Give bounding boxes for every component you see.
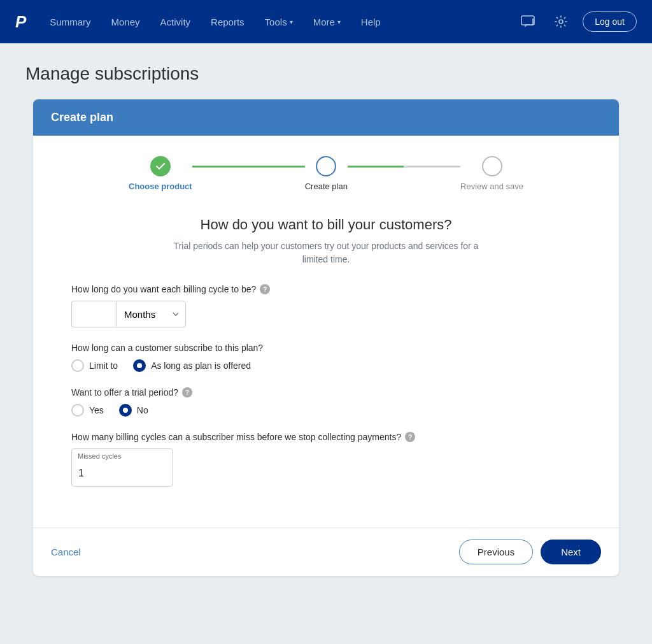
step-line-2 xyxy=(348,166,460,168)
more-chevron-icon: ▾ xyxy=(337,18,341,25)
step-1-label: Choose product xyxy=(129,182,192,191)
step-1-circle xyxy=(150,156,171,176)
message-icon-button[interactable] xyxy=(516,10,539,33)
billing-cycle-label: How long do you want each billing cycle … xyxy=(71,284,581,294)
subscription-limit-to-option[interactable]: Limit to xyxy=(71,359,118,372)
card-footer: Cancel Previous Next xyxy=(33,527,619,576)
billing-cycle-section: How long do you want each billing cycle … xyxy=(71,284,581,327)
navbar-links: Summary Money Activity Reports Tools ▾ M… xyxy=(41,11,511,32)
missed-cycles-help-icon[interactable]: ? xyxy=(405,432,415,442)
message-icon xyxy=(521,15,535,28)
missed-cycles-label: How many billing cycles can a subscriber… xyxy=(71,432,581,442)
stepper: Choose product Create plan Review and sa… xyxy=(129,156,523,191)
tools-chevron-icon: ▾ xyxy=(290,18,293,25)
page-title: Manage subscriptions xyxy=(25,64,627,84)
navbar-right: Log out xyxy=(516,10,637,33)
footer-buttons: Previous Next xyxy=(459,540,601,564)
navbar: P Summary Money Activity Reports Tools ▾… xyxy=(0,0,652,43)
nav-summary[interactable]: Summary xyxy=(41,11,99,32)
billing-cycle-number-input[interactable] xyxy=(71,301,116,327)
nav-tools[interactable]: Tools ▾ xyxy=(256,11,302,32)
step-3-circle xyxy=(482,156,502,176)
missed-cycles-input-wrapper: Missed cycles xyxy=(71,448,173,487)
subscription-duration-radio-group: Limit to As long as plan is offered xyxy=(71,359,581,372)
nav-more[interactable]: More ▾ xyxy=(304,11,350,32)
trial-yes-label: Yes xyxy=(89,405,104,415)
subscription-duration-section: How long can a customer subscribe to thi… xyxy=(71,343,581,372)
stepper-container: Choose product Create plan Review and sa… xyxy=(33,136,619,204)
billing-cycle-row: Months Days Weeks Years xyxy=(71,301,581,327)
trial-period-help-icon[interactable]: ? xyxy=(182,387,192,397)
form-question-subtitle: Trial periods can help your customers tr… xyxy=(167,240,485,266)
trial-no-radio[interactable] xyxy=(119,404,132,417)
missed-cycles-section: How many billing cycles can a subscriber… xyxy=(71,432,581,487)
step-2-circle xyxy=(316,156,336,176)
step-choose-product: Choose product xyxy=(129,156,192,191)
gear-icon xyxy=(554,15,568,29)
billing-cycle-select[interactable]: Months Days Weeks Years xyxy=(116,301,186,327)
trial-period-section: Want to offer a trial period? ? Yes No xyxy=(71,387,581,417)
step-create-plan: Create plan xyxy=(305,156,348,191)
settings-icon-button[interactable] xyxy=(549,10,572,33)
previous-button[interactable]: Previous xyxy=(459,540,533,564)
nav-reports[interactable]: Reports xyxy=(202,11,253,32)
form-body: How do you want to bill your customers? … xyxy=(33,204,619,527)
subscription-duration-label: How long can a customer subscribe to thi… xyxy=(71,343,581,353)
missed-cycles-field-label: Missed cycles xyxy=(78,452,121,460)
trial-no-label: No xyxy=(137,405,148,415)
paypal-logo: P xyxy=(15,12,25,32)
step-review-save: Review and save xyxy=(460,156,523,191)
step-3-label: Review and save xyxy=(460,182,523,191)
svg-rect-0 xyxy=(521,16,534,25)
nav-activity[interactable]: Activity xyxy=(152,11,200,32)
subscription-always-option[interactable]: As long as plan is offered xyxy=(133,359,251,372)
card-header-title: Create plan xyxy=(51,111,113,124)
trial-period-label: Want to offer a trial period? ? xyxy=(71,387,581,397)
trial-period-radio-group: Yes No xyxy=(71,404,581,417)
form-question-title: How do you want to bill your customers? xyxy=(71,217,581,233)
as-long-as-radio[interactable] xyxy=(133,359,146,372)
main-content: Manage subscriptions Create plan Choose … xyxy=(0,43,652,644)
card-header: Create plan xyxy=(33,99,619,136)
trial-no-option[interactable]: No xyxy=(119,404,148,417)
svg-point-1 xyxy=(559,20,563,24)
billing-cycle-help-icon[interactable]: ? xyxy=(260,284,270,294)
as-long-as-label: As long as plan is offered xyxy=(151,361,251,371)
nav-help[interactable]: Help xyxy=(352,11,390,32)
trial-yes-option[interactable]: Yes xyxy=(71,404,104,417)
limit-to-radio[interactable] xyxy=(71,359,84,372)
create-plan-card: Create plan Choose product Cr xyxy=(33,99,619,576)
cancel-button[interactable]: Cancel xyxy=(51,547,81,557)
step-2-label: Create plan xyxy=(305,182,348,191)
logout-button[interactable]: Log out xyxy=(583,11,637,32)
limit-to-label: Limit to xyxy=(89,361,118,371)
checkmark-icon xyxy=(156,163,165,170)
nav-money[interactable]: Money xyxy=(103,11,149,32)
next-button[interactable]: Next xyxy=(541,540,601,564)
step-line-1 xyxy=(192,166,305,168)
trial-yes-radio[interactable] xyxy=(71,404,84,417)
